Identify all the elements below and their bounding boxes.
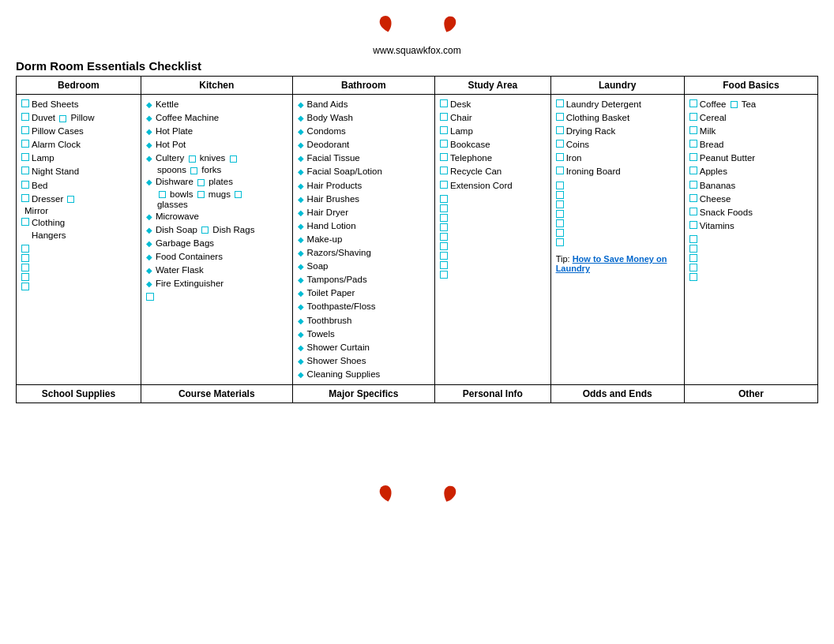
checkbox[interactable] [440,233,448,241]
checkbox[interactable] [689,167,697,174]
checkbox[interactable] [440,167,448,174]
checkbox[interactable] [689,221,697,229]
checkbox[interactable] [440,140,448,148]
checkbox[interactable] [21,254,29,262]
checkbox[interactable] [440,242,448,250]
checkbox[interactable] [556,210,564,218]
checkbox[interactable] [731,101,738,108]
checkbox[interactable] [21,167,29,174]
checkbox[interactable] [235,191,242,198]
list-item: Alarm Clock [21,138,136,151]
list-item: ◆ Hot Plate [146,125,287,137]
checkbox[interactable] [689,194,697,202]
checkbox[interactable] [440,99,448,107]
list-item: Bread [689,138,813,151]
checkbox[interactable] [440,126,448,134]
checkbox[interactable] [189,155,196,163]
list-item: Cereal [689,111,813,124]
checkbox[interactable] [159,191,166,198]
checkbox[interactable] [146,293,154,301]
bottom-decorative [16,482,818,510]
checkbox[interactable] [440,214,448,222]
study-cell: Desk Chair Lamp Bookcase [435,95,551,385]
list-item: ◆ Make-up [298,233,430,245]
list-item: ◆ Dish Soap Dish Rags [146,223,287,236]
checkbox[interactable] [21,283,29,290]
list-item: ◆ Garbage Bags [146,237,287,249]
checkbox[interactable] [556,167,564,174]
checkbox[interactable] [689,153,697,161]
checkbox[interactable] [689,254,697,262]
checkbox[interactable] [556,153,564,161]
checkbox[interactable] [440,113,448,121]
checkbox[interactable] [556,238,564,246]
bullet-icon: ◆ [298,301,304,313]
checkbox[interactable] [440,204,448,212]
checkbox[interactable] [201,227,208,234]
checkbox[interactable] [689,140,697,148]
checkbox[interactable] [21,126,29,134]
checkbox[interactable] [556,99,564,107]
checkbox[interactable] [21,181,29,189]
checkbox[interactable] [21,218,29,226]
checkbox[interactable] [21,153,29,161]
checkbox[interactable] [197,179,205,186]
checkbox[interactable] [440,181,448,189]
checkbox[interactable] [556,140,564,148]
checkbox[interactable] [689,235,697,243]
bullet-icon: ◆ [298,261,304,272]
tip-label: Tip: [556,254,573,264]
checkbox[interactable] [689,113,697,121]
list-item: ◆ Shower Shoes [298,354,430,367]
bullet-icon: ◆ [146,265,152,276]
list-item: Clothing Basket [556,111,679,124]
extra-checkboxes [556,182,679,246]
checkbox[interactable] [689,245,697,253]
checkbox[interactable] [21,273,29,281]
checkbox[interactable] [230,155,237,163]
checkbox[interactable] [556,219,564,227]
checkbox[interactable] [21,113,29,121]
checkbox[interactable] [689,264,697,271]
bullet-icon: ◆ [298,316,304,327]
checkbox[interactable] [440,195,448,203]
checkbox[interactable] [689,208,697,215]
checkbox[interactable] [440,252,448,260]
checkbox[interactable] [689,181,697,189]
checkbox[interactable] [689,126,697,134]
list-item: spoons forks [146,165,287,174]
checkbox[interactable] [440,223,448,231]
list-item: Lamp [440,125,546,137]
checkbox[interactable] [556,182,564,189]
checkbox[interactable] [556,113,564,121]
tip-link[interactable]: How to Save Money on Laundry [556,254,667,273]
bullet-icon: ◆ [146,252,152,263]
checkbox[interactable] [440,261,448,269]
list-item: Pillow Cases [21,125,136,137]
list-item: ◆ Kettle [146,98,287,110]
checkbox[interactable] [190,167,197,174]
list-item: ◆ Towels [298,328,430,340]
checkbox[interactable] [556,200,564,208]
checkbox[interactable] [556,191,564,199]
checkbox[interactable] [197,191,205,198]
list-item: Lamp [21,152,136,164]
checkbox[interactable] [21,194,29,202]
checkbox[interactable] [689,273,697,281]
list-item: bowls mugs [146,189,287,199]
checkbox[interactable] [21,99,29,107]
checkbox[interactable] [21,245,29,253]
list-item: Iron [556,152,679,164]
checkbox[interactable] [440,271,448,279]
checkbox[interactable] [556,126,564,134]
checkbox[interactable] [59,115,66,122]
list-item: Coffee Tea [689,98,813,110]
checkbox[interactable] [440,153,448,161]
checkbox[interactable] [21,264,29,271]
header-bedroom: Bedroom [17,77,141,95]
checkbox[interactable] [689,99,697,107]
checkbox[interactable] [21,140,29,148]
checkbox[interactable] [67,196,74,203]
list-item: ◆ Body Wash [298,111,430,124]
checkbox[interactable] [556,229,564,237]
